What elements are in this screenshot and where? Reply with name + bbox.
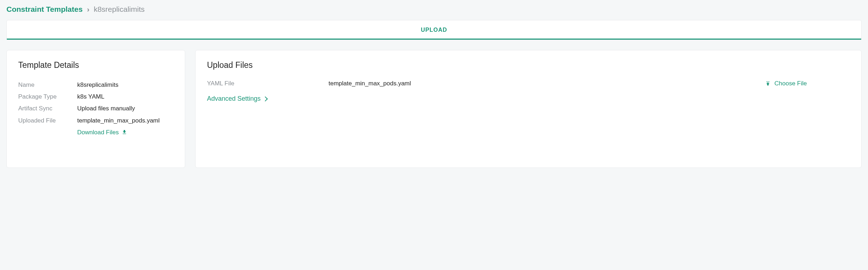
upload-files-title: Upload Files <box>207 60 850 70</box>
artifact-sync-label: Artifact Sync <box>18 104 77 113</box>
upload-row-yaml: YAML File template_min_max_pods.yaml Cho… <box>207 80 850 87</box>
yaml-file-value: template_min_max_pods.yaml <box>329 80 765 87</box>
name-value: k8sreplicalimits <box>77 80 118 90</box>
template-details-title: Template Details <box>18 60 173 70</box>
package-type-value: k8s YAML <box>77 92 104 101</box>
detail-row-name: Name k8sreplicalimits <box>18 80 173 90</box>
detail-row-download: Download Files <box>18 128 173 137</box>
uploaded-file-value: template_min_max_pods.yaml <box>77 116 160 125</box>
detail-row-uploaded-file: Uploaded File template_min_max_pods.yaml <box>18 116 173 125</box>
yaml-file-label: YAML File <box>207 80 329 87</box>
advanced-settings-toggle[interactable]: Advanced Settings <box>207 95 267 102</box>
advanced-settings-label: Advanced Settings <box>207 95 261 102</box>
detail-row-artifact-sync: Artifact Sync Upload files manually <box>18 104 173 113</box>
template-details-panel: Template Details Name k8sreplicalimits P… <box>6 50 185 168</box>
panels-container: Template Details Name k8sreplicalimits P… <box>6 50 862 168</box>
detail-row-package-type: Package Type k8s YAML <box>18 92 173 101</box>
download-icon <box>122 129 127 135</box>
package-type-label: Package Type <box>18 92 77 101</box>
chevron-right-icon <box>263 96 268 101</box>
download-files-link[interactable]: Download Files <box>77 128 127 137</box>
choose-file-button[interactable]: Choose File <box>765 80 850 87</box>
choose-file-label: Choose File <box>774 80 807 87</box>
uploaded-file-label: Uploaded File <box>18 116 77 125</box>
tab-bar: UPLOAD <box>6 20 862 40</box>
breadcrumb-current: k8sreplicalimits <box>94 5 144 14</box>
breadcrumb-parent-link[interactable]: Constraint Templates <box>6 5 83 14</box>
upload-icon <box>765 81 771 86</box>
tab-upload[interactable]: UPLOAD <box>412 20 456 40</box>
breadcrumb-separator: › <box>87 5 89 14</box>
artifact-sync-value: Upload files manually <box>77 104 135 113</box>
upload-files-panel: Upload Files YAML File template_min_max_… <box>195 50 862 168</box>
breadcrumb: Constraint Templates › k8sreplicalimits <box>6 5 862 14</box>
name-label: Name <box>18 80 77 90</box>
download-files-label: Download Files <box>77 128 119 137</box>
